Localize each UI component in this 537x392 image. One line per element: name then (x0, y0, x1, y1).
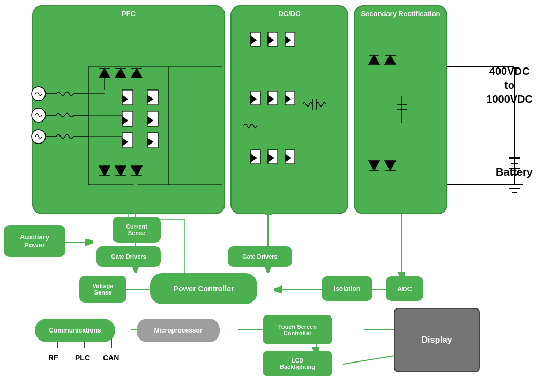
section-pfc: PFC (32, 5, 225, 214)
microprocessor-block: Microprocessor (137, 319, 220, 342)
isolation-label: Isolation (334, 285, 360, 292)
current-sense-label: CurrentSense (126, 223, 147, 236)
microprocessor-label: Microprocessor (154, 327, 202, 334)
touch-screen-block: Touch ScreenController (263, 315, 332, 344)
communications-block: Communications (35, 319, 115, 342)
lcd-backlighting-label: LCDBacklighting (280, 357, 315, 370)
rf-label: RF (48, 353, 58, 362)
secondary-label: Secondary Rectification (355, 10, 446, 18)
auxiliary-power-label: AuxiliaryPower (20, 233, 49, 249)
can-label: CAN (103, 353, 119, 362)
voltage-label: 400VDCto1000VDC (486, 64, 533, 106)
battery-label: Battery (496, 166, 533, 178)
isolation-block: Isolation (322, 276, 372, 301)
voltage-sense-label: VoltageSense (93, 283, 114, 296)
power-controller-label: Power Controller (174, 284, 234, 293)
lcd-backlighting-block: LCDBacklighting (263, 351, 332, 376)
dcdc-label: DC/DC (232, 10, 347, 18)
communications-label: Communications (49, 327, 101, 334)
voltage-sense-block: VoltageSense (79, 276, 126, 303)
gate-drivers-dcdc-label: Gate Drivers (242, 253, 277, 260)
gate-drivers-pfc-block: Gate Drivers (96, 246, 161, 267)
gate-drivers-dcdc-block: Gate Drivers (228, 246, 292, 267)
pfc-label: PFC (33, 10, 224, 18)
diagram: PFC DC/DC Secondary Rectification 400VDC… (0, 0, 537, 392)
adc-label: ADC (397, 285, 412, 293)
power-controller-block: Power Controller (150, 273, 257, 304)
section-secondary: Secondary Rectification (354, 5, 447, 214)
adc-block: ADC (386, 276, 423, 301)
plc-label: PLC (75, 353, 90, 362)
section-dcdc: DC/DC (230, 5, 348, 214)
touch-screen-label: Touch ScreenController (278, 323, 317, 336)
display-block: Display (394, 308, 480, 372)
auxiliary-power-block: AuxiliaryPower (4, 225, 65, 257)
current-sense-block: CurrentSense (113, 217, 161, 243)
gate-drivers-pfc-label: Gate Drivers (111, 253, 146, 260)
display-label: Display (422, 335, 452, 345)
